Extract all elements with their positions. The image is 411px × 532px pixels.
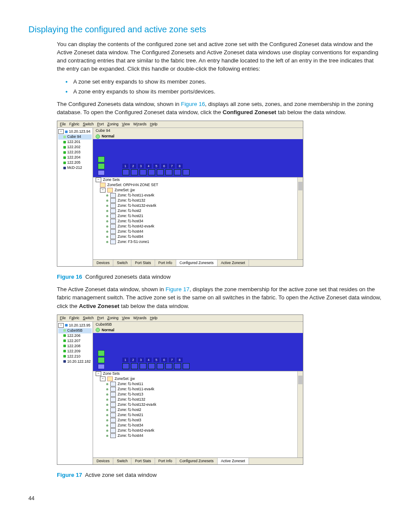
expand-icon[interactable]: ⊕	[106, 433, 109, 438]
tab-configured-zonesets[interactable]: Configured Zonesets	[176, 260, 218, 266]
zone-node[interactable]: Zone: F3-S1-zone1	[118, 240, 149, 244]
tree-node[interactable]: 122.201	[67, 140, 81, 144]
port-icon[interactable]	[174, 363, 181, 369]
zone-node[interactable]: Zone: f1-host11	[118, 382, 143, 386]
zone-node[interactable]: Zone: f1-host2	[118, 408, 141, 412]
expand-icon[interactable]: ⊕	[106, 229, 109, 234]
zone-node[interactable]: Zone: f1-host11-eva4k	[118, 387, 154, 392]
zone-node[interactable]: Zone: f1-host42-eva4k	[118, 224, 154, 229]
zone-node[interactable]: Zone: f1-host3	[118, 418, 141, 423]
port-icon[interactable]	[131, 169, 138, 175]
expand-icon[interactable]: −	[58, 323, 64, 328]
zone-node[interactable]: Zone: f1-host34	[118, 219, 143, 224]
tab-switch[interactable]: Switch	[113, 458, 131, 464]
menu-item[interactable]: File	[60, 316, 66, 320]
tab-port-info[interactable]: Port Info	[155, 260, 176, 266]
tree-root[interactable]: Zone Sets	[103, 177, 120, 182]
tab-devices[interactable]: Devices	[93, 260, 113, 266]
expand-icon[interactable]: ⊕	[106, 234, 109, 239]
menu-item[interactable]: Zoning	[107, 122, 118, 127]
fabric-tree[interactable]: −10.20.123.95 Cube95B 122.206 122.207 12…	[57, 322, 93, 464]
tab-configured-zonesets[interactable]: Configured Zonesets	[176, 458, 218, 464]
tab-devices[interactable]: Devices	[93, 458, 113, 464]
port-icon[interactable]	[122, 169, 129, 175]
tree-node[interactable]: McD-212	[67, 165, 82, 170]
expand-icon[interactable]: ⊕	[106, 193, 109, 198]
tree-node[interactable]: 10.20.122.182	[67, 359, 90, 364]
tab-active-zoneset[interactable]: Active Zoneset	[218, 260, 249, 266]
menu-item[interactable]: View	[122, 316, 130, 320]
port-icon[interactable]	[131, 363, 138, 369]
expand-icon[interactable]: ⊕	[106, 208, 109, 213]
tree-node[interactable]: 10.20.123.94	[69, 129, 90, 134]
port-icon[interactable]	[165, 169, 172, 175]
port-icon[interactable]	[140, 363, 146, 369]
expand-icon[interactable]: −	[100, 376, 106, 381]
expand-icon[interactable]: ⊕	[106, 203, 109, 208]
expand-icon[interactable]: ⊕	[106, 428, 109, 433]
tree-node[interactable]: 122.202	[67, 145, 81, 149]
tree-node[interactable]: 122.209	[67, 349, 81, 354]
menu-item[interactable]: Wizards	[133, 316, 146, 320]
expand-icon[interactable]: ⊕	[106, 219, 109, 224]
figure-link[interactable]: Figure 16	[181, 101, 205, 107]
tree-node[interactable]: Cube95B	[67, 328, 82, 333]
zone-node[interactable]: Zone: f1-host2	[118, 208, 141, 213]
menu-item[interactable]: File	[60, 122, 66, 127]
port-icon[interactable]	[183, 363, 190, 369]
tab-port-stats[interactable]: Port Stats	[131, 260, 155, 266]
expand-icon[interactable]: ⊕	[106, 224, 109, 229]
menu-item[interactable]: Help	[150, 316, 157, 320]
zone-node[interactable]: Zone: f1-host44	[118, 433, 143, 438]
tree-node[interactable]: 122.210	[67, 354, 81, 359]
tree-node[interactable]: 122.203	[67, 150, 81, 155]
expand-icon[interactable]: −	[100, 188, 106, 193]
tab-active-zoneset[interactable]: Active Zoneset	[218, 458, 249, 464]
tree-node[interactable]: 122.208	[67, 344, 81, 348]
menu-item[interactable]: Switch	[83, 122, 93, 127]
tab-switch[interactable]: Switch	[113, 260, 131, 266]
zoneset-tree[interactable]: −Zone Sets ZoneSet: ORPHAN ZONE SET −Zon…	[93, 177, 303, 259]
menu-item[interactable]: Switch	[83, 316, 93, 320]
tree-node[interactable]: 122.207	[67, 339, 81, 343]
expand-icon[interactable]: ⊕	[106, 413, 109, 417]
tab-port-stats[interactable]: Port Stats	[131, 458, 155, 464]
figure-link[interactable]: Figure 17	[165, 286, 190, 292]
tree-node[interactable]: 10.20.123.95	[69, 323, 90, 328]
tree-node[interactable]: 122.205	[67, 160, 81, 165]
zone-node[interactable]: Zone: f1-host21	[118, 413, 143, 417]
expand-icon[interactable]: ⊕	[106, 198, 109, 203]
zone-node[interactable]: Zone: f1-host11-eva4k	[118, 193, 154, 198]
expand-icon[interactable]: ⊕	[106, 397, 109, 402]
port-icon[interactable]	[148, 169, 155, 175]
zone-node[interactable]: Zone: f1-host44	[118, 229, 143, 234]
expand-icon[interactable]: −	[96, 177, 101, 182]
zone-node[interactable]: Zone: f1-host132-eva4k	[118, 402, 156, 407]
expand-icon[interactable]: −	[58, 129, 64, 134]
zone-node[interactable]: Zone: f1-host34	[118, 423, 143, 428]
menu-item[interactable]: Fabric	[69, 316, 80, 320]
tree-node[interactable]: 122.204	[67, 155, 81, 160]
port-icon[interactable]	[165, 363, 172, 369]
tab-port-info[interactable]: Port Info	[155, 458, 176, 464]
port-icon[interactable]	[122, 363, 129, 369]
expand-icon[interactable]: ⊕	[106, 402, 109, 407]
zone-node[interactable]: Zone: f1-host94	[118, 234, 143, 239]
zone-node[interactable]: Zone: f1-host132	[118, 397, 145, 402]
zoneset-node[interactable]: ZoneSet: jjw	[115, 376, 135, 381]
tree-root[interactable]: Zone Sets	[103, 371, 120, 376]
expand-icon[interactable]: ⊕	[106, 240, 109, 244]
expand-icon[interactable]: ⊕	[106, 392, 109, 397]
port-icon[interactable]	[140, 169, 146, 175]
port-icon[interactable]	[157, 363, 164, 369]
zoneset-tree[interactable]: −Zone Sets −ZoneSet: jjw ⊕Zone: f1-host1…	[93, 371, 303, 457]
scrollbar[interactable]	[297, 371, 303, 457]
port-icon[interactable]	[174, 169, 181, 175]
tree-node[interactable]: Cube 94	[67, 134, 81, 139]
menu-item[interactable]: Fabric	[69, 122, 80, 127]
tree-node[interactable]: 122.206	[67, 333, 81, 338]
zone-node[interactable]: Zone: f1-host132-eva4k	[118, 203, 156, 208]
port-icon[interactable]	[183, 169, 190, 175]
zone-node[interactable]: Zone: f1-host21	[118, 214, 143, 218]
expand-icon[interactable]: ⊕	[106, 387, 109, 392]
